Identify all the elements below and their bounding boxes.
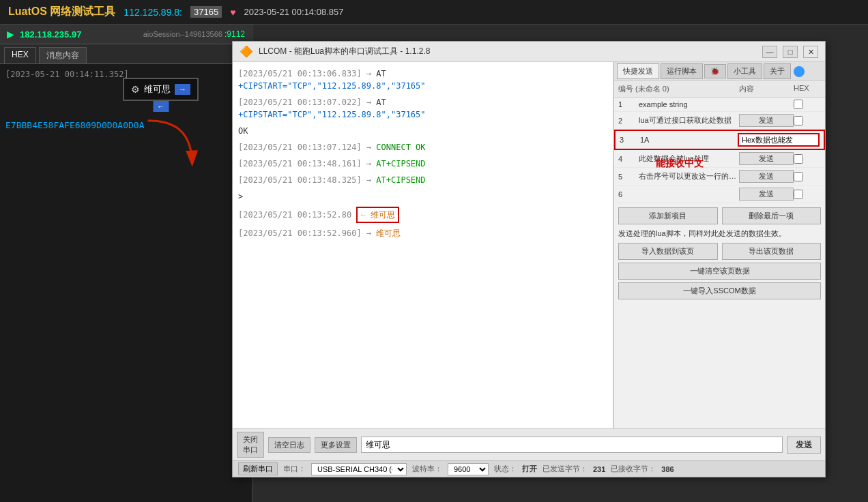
qs-hex-check-6[interactable] bbox=[794, 190, 803, 199]
qs-row-2: 2 lua可通过接口获取此处数据 发送 bbox=[614, 112, 825, 130]
conn-row: ▶ 182.118.235.97 aioSession--149613566 :… bbox=[0, 25, 252, 44]
recv-label: 已接收字节： bbox=[611, 464, 656, 474]
tab-quick-send[interactable]: 快捷发送 bbox=[617, 63, 659, 79]
qs-send-btn-5[interactable]: 发送 bbox=[739, 170, 794, 183]
tab-about[interactable]: 关于 bbox=[764, 63, 791, 79]
serial-log[interactable]: [2023/05/21 00:13:06.833] → AT +CIPSTART… bbox=[233, 62, 613, 428]
qs-send-btn-4[interactable]: 发送 bbox=[739, 152, 794, 165]
msg-timestamp: [2023-05-21 00:14:11.352] bbox=[5, 70, 129, 79]
qs-header-content: 内容 bbox=[739, 84, 794, 94]
log-entry: [2023/05/21 00:13:07.022] → AT +CIPSTART… bbox=[238, 96, 607, 121]
action-area: 添加新项目 删除最后一项 发送处理的lua脚本，同样对此处发送的数据生效。 导入… bbox=[614, 203, 825, 304]
app-title: LuatOS 网络测试工具 bbox=[8, 5, 115, 19]
state-label: 状态： bbox=[494, 464, 517, 474]
recv-highlight: ← 维可思 bbox=[356, 207, 399, 223]
action-row-1: 添加新项目 删除最后一项 bbox=[618, 207, 821, 224]
qs-header-hex: HEX bbox=[794, 84, 821, 94]
tab-debug[interactable]: 🐞 bbox=[704, 64, 726, 78]
action-row-2: 导入数据到该页 导出该页数据 bbox=[618, 243, 821, 260]
llcom-window: 🔶 LLCOM - 能跑Lua脚本的串口调试工具 - 1.1.2.8 — □ ✕… bbox=[232, 41, 826, 477]
qs-row-5: 5 右击序号可以更改这一行的位置 发送 bbox=[614, 168, 825, 186]
log-entry: [2023/05/21 00:13:07.124] → CONNECT OK bbox=[238, 141, 607, 153]
maximize-button[interactable]: □ bbox=[783, 46, 798, 58]
send-input[interactable] bbox=[361, 437, 783, 453]
recv-value: 386 bbox=[661, 465, 674, 473]
top-bar: LuatOS 网络测试工具 112.125.89.8:37165 ♥ 2023-… bbox=[0, 0, 868, 25]
log-entry-highlighted: [2023/05/21 00:13:52.80 ← 维可思 bbox=[238, 207, 607, 223]
com-select[interactable]: USB-SERIAL CH340 (COM80) bbox=[311, 463, 407, 475]
close-port-btn[interactable]: 关闭 串口 bbox=[237, 432, 264, 458]
tab-hex[interactable]: HEX bbox=[4, 47, 36, 63]
lua-hint: 发送处理的lua脚本，同样对此处发送的数据生效。 bbox=[618, 227, 821, 240]
qs-send-btn-2[interactable]: 发送 bbox=[739, 114, 794, 127]
log-entry: [2023/05/21 00:13:48.325] → AT+CIPSEND bbox=[238, 174, 607, 186]
delete-last-btn[interactable]: 删除最后一项 bbox=[722, 207, 822, 224]
baud-select[interactable]: 9600 bbox=[448, 463, 489, 475]
qs-hex-check-2[interactable] bbox=[794, 116, 803, 126]
heart-icon: ♥ bbox=[230, 7, 235, 18]
tab-message[interactable]: 消息内容 bbox=[39, 47, 87, 63]
hex-send-input-3[interactable] bbox=[738, 133, 820, 147]
local-ip: 182.118.235.97 bbox=[20, 29, 81, 40]
qs-send-btn-6[interactable]: 发送 bbox=[739, 188, 794, 201]
qs-row-6: 6 发送 bbox=[614, 186, 825, 203]
log-entry: [2023/05/21 00:13:06.833] → AT +CIPSTART… bbox=[238, 68, 607, 92]
more-settings-btn[interactable]: 更多设置 bbox=[315, 437, 357, 453]
server-port: 37165 bbox=[190, 6, 222, 18]
red-arrow bbox=[139, 98, 216, 187]
clear-page-btn[interactable]: 一键清空该页数据 bbox=[618, 263, 821, 280]
minimize-button[interactable]: — bbox=[762, 46, 777, 58]
add-item-btn[interactable]: 添加新项目 bbox=[618, 207, 718, 224]
top-timestamp: 2023-05-21 00:14:08.857 bbox=[244, 7, 343, 17]
baud-label: 波特率： bbox=[412, 464, 442, 474]
qs-hex-check-5[interactable] bbox=[794, 172, 803, 181]
hex-tab-bar: HEX 消息内容 bbox=[0, 44, 252, 64]
qs-header-num: 编号 (未命名 0) bbox=[618, 84, 739, 94]
tooltip-arrow-btn[interactable]: → bbox=[175, 84, 190, 95]
sent-label: 已发送字节： bbox=[542, 464, 588, 474]
clear-log-btn[interactable]: 清空日志 bbox=[268, 437, 310, 453]
tooltip-bottom-btn[interactable]: ← bbox=[153, 101, 169, 112]
left-panel: ▶ 182.118.235.97 aioSession--149613566 :… bbox=[0, 25, 252, 502]
hex-data: E7BBB4E58FAFE6809D0D0A0D0A bbox=[5, 120, 145, 130]
llcom-body: [2023/05/21 00:13:06.833] → AT +CIPSTART… bbox=[233, 62, 825, 428]
qs-hex-check-4[interactable] bbox=[794, 154, 803, 164]
llcom-bottom: 关闭 串口 清空日志 更多设置 发送 bbox=[233, 428, 825, 460]
server-ip: 112.125.89.8: bbox=[124, 7, 182, 18]
tab-run-script[interactable]: 运行脚本 bbox=[661, 63, 703, 79]
session-info: aioSession--149613566 :9112 bbox=[143, 29, 245, 39]
tab-tools[interactable]: 小工具 bbox=[727, 63, 762, 79]
log-entry: > bbox=[238, 190, 607, 203]
quick-send-header: 编号 (未命名 0) 内容 HEX bbox=[614, 81, 825, 98]
tab-circle-icon bbox=[794, 66, 805, 77]
sent-value: 231 bbox=[593, 465, 605, 473]
import-data-btn[interactable]: 导入数据到该页 bbox=[618, 243, 718, 260]
close-button[interactable]: ✕ bbox=[803, 46, 818, 58]
llcom-title: LLCOM - 能跑Lua脚本的串口调试工具 - 1.1.2.8 bbox=[259, 46, 757, 57]
tooltip-popup: ⚙ 维可思 → ← bbox=[123, 78, 199, 101]
qs-row-3: 3 1A bbox=[614, 130, 825, 150]
log-entry: OK bbox=[238, 125, 607, 137]
llcom-titlebar: 🔶 LLCOM - 能跑Lua脚本的串口调试工具 - 1.1.2.8 — □ ✕ bbox=[233, 42, 825, 62]
refresh-port-btn[interactable]: 刷新串口 bbox=[238, 462, 278, 475]
wifi-icon: ▶ bbox=[7, 29, 14, 40]
llcom-icon: 🔶 bbox=[240, 45, 253, 58]
state-value: 打开 bbox=[522, 464, 537, 474]
right-panel: 快捷发送 运行脚本 🐞 小工具 关于 编号 (未命名 0) 内容 HEX 1 e… bbox=[613, 62, 825, 428]
qs-hex-check-1[interactable] bbox=[794, 100, 803, 109]
com-label: 串口： bbox=[283, 464, 306, 474]
qs-row-1: 1 example string bbox=[614, 98, 825, 112]
status-bar: 刷新串口 串口： USB-SERIAL CH340 (COM80) 波特率： 9… bbox=[233, 460, 825, 477]
export-data-btn[interactable]: 导出该页数据 bbox=[722, 243, 822, 260]
main-area: ▶ 182.118.235.97 aioSession--149613566 :… bbox=[0, 25, 868, 502]
log-entry: [2023/05/21 00:13:48.161] → AT+CIPSEND bbox=[238, 158, 607, 170]
msg-area: [2023-05-21 00:14:11.352] ⚙ 维可思 → ← bbox=[0, 64, 252, 502]
send-main-btn[interactable]: 发送 bbox=[787, 437, 821, 454]
import-sscom-btn[interactable]: 一键导入SSCOM数据 bbox=[618, 282, 821, 299]
qs-row-4: 4 此处数据会被lua处理 发送 bbox=[614, 150, 825, 168]
tab-bar: 快捷发送 运行脚本 🐞 小工具 关于 bbox=[614, 62, 825, 81]
log-entry: [2023/05/21 00:13:52.960] → 维可思 bbox=[238, 227, 607, 239]
tooltip-text: 维可思 bbox=[144, 83, 171, 95]
